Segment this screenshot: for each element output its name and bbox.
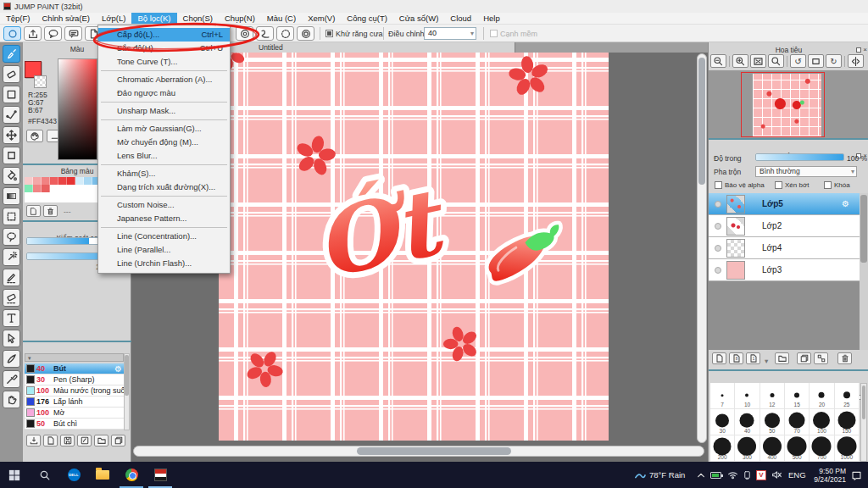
eraser-tool-button[interactable]: [3, 65, 20, 83]
brush-size-option[interactable]: 300: [735, 435, 760, 462]
brush-list-item[interactable]: 100 Màu nước (trong suốt): [25, 385, 124, 396]
shape-select-tool-button[interactable]: [3, 330, 20, 347]
filter-menu-item-unsharp-mask[interactable]: Unsharp Mask...: [98, 104, 230, 118]
brush-list-item[interactable]: 40 Bút ⚙: [25, 363, 124, 374]
pen-tray-icon[interactable]: [743, 462, 752, 488]
brush-list-item[interactable]: 100 Mờ: [25, 408, 124, 419]
layer-visibility-icon[interactable]: [715, 223, 721, 230]
bucket-fill-tool-button[interactable]: [3, 167, 20, 185]
clip-checkbox[interactable]: [775, 181, 782, 189]
alpha-lock-checkbox[interactable]: [715, 181, 722, 189]
filter-menu-item-line-urchin-flash[interactable]: Line (Urchin Flash)...: [98, 257, 230, 270]
merge-layer-button[interactable]: [814, 352, 828, 364]
brush-list-scrollbar[interactable]: [124, 353, 130, 430]
clock[interactable]: 9:50 PM 9/24/2021: [807, 462, 846, 488]
flip-horizontal-button[interactable]: [848, 54, 864, 68]
antialias-checkbox[interactable]: [326, 30, 333, 37]
palette-swatch[interactable]: [42, 185, 50, 192]
palette-swatch[interactable]: [25, 177, 33, 185]
layer-row[interactable]: Lớp3: [709, 259, 860, 281]
brush-size-option[interactable]: 100: [810, 409, 834, 435]
palette-swatch[interactable]: [75, 177, 84, 185]
alpha-lock-checkbox-group[interactable]: Bảo vệ alpha: [715, 181, 765, 189]
filter-menu-item-line-concentration[interactable]: Line (Concentration)...: [98, 230, 230, 243]
layer-visibility-icon[interactable]: [715, 201, 721, 208]
vertical-scrollbar[interactable]: [697, 53, 707, 443]
brush-shape-circle-button[interactable]: [236, 26, 253, 41]
filter-menu-item-levels[interactable]: Cấp độ(L)...Ctrl+L: [98, 28, 230, 42]
brush-size-option[interactable]: 30: [710, 409, 735, 435]
comment-bubble-icon[interactable]: [44, 26, 62, 41]
layer-row[interactable]: Lớp2: [709, 215, 860, 237]
menu-help[interactable]: Help: [477, 13, 506, 24]
filter-menu-item-gaussian-blur[interactable]: Làm mờ Gaussian(G)...: [98, 122, 230, 136]
add-brush-button[interactable]: [43, 435, 58, 446]
reset-rotation-button[interactable]: [808, 54, 824, 68]
brush-shape-dashed-circle-button[interactable]: [276, 26, 294, 41]
brush-folder-button[interactable]: [94, 435, 108, 446]
zoom-in-button[interactable]: [732, 54, 748, 68]
brush-shape-ring-button[interactable]: [297, 26, 314, 41]
lock-checkbox[interactable]: [824, 181, 832, 189]
palette-swatch[interactable]: [50, 177, 58, 185]
canvas-artwork[interactable]: Ớt: [219, 53, 609, 441]
pen-tool-button[interactable]: [3, 350, 20, 368]
brush-size-option[interactable]: 200: [710, 435, 735, 462]
brush-sort-dropdown[interactable]: ▾: [25, 353, 124, 362]
navigator-view-rect[interactable]: [741, 72, 825, 137]
brush-size-option[interactable]: 70: [785, 409, 810, 435]
lasso-tool-button[interactable]: [3, 228, 20, 246]
gradient-tool-button[interactable]: [3, 187, 20, 205]
brush-tool-button[interactable]: [3, 45, 20, 63]
menu-select[interactable]: Chọn(S): [177, 13, 219, 24]
filter-menu-item-mosaic[interactable]: Khảm(S)...: [98, 167, 230, 180]
brush-list-item[interactable]: 30 Pen (Sharp): [25, 374, 124, 385]
palette-swatch[interactable]: [84, 177, 92, 185]
move-tool-button[interactable]: [3, 126, 20, 144]
scrollbar-thumb[interactable]: [860, 195, 867, 263]
brush-size-option[interactable]: 400: [760, 435, 785, 462]
save-brush-button[interactable]: [60, 435, 75, 446]
menu-edit[interactable]: Chỉnh sửa(E): [36, 13, 97, 24]
filter-menu-item-hue[interactable]: Sắc độ(H)...Ctrl+U: [98, 42, 230, 55]
brush-stroke-curve-button[interactable]: [256, 26, 274, 41]
palette-swatch[interactable]: [67, 185, 75, 192]
filter-menu-item-tone-curve[interactable]: Tone Curve (T)...: [98, 55, 230, 69]
filter-menu-item-chromatic-aberration[interactable]: Chromatic Aberration (A)...: [98, 73, 230, 86]
menu-tools[interactable]: Công cụ(T): [341, 13, 393, 24]
navigator-preview-zone[interactable]: [709, 70, 868, 138]
chat-bubble-icon[interactable]: [64, 26, 82, 41]
eyedropper-tool-button[interactable]: [3, 370, 20, 388]
add-palette-color-button[interactable]: [26, 205, 41, 217]
blend-mode-select[interactable]: Bình thường ▾: [755, 166, 857, 177]
magic-wand-tool-button[interactable]: [3, 248, 20, 266]
caret-down-icon[interactable]: ▾: [470, 28, 474, 39]
scrollbar-thumb[interactable]: [125, 355, 129, 396]
taskbar-dell-app[interactable]: DELL: [59, 462, 88, 488]
layer-folder-button[interactable]: [775, 352, 789, 364]
layer-list-scrollbar[interactable]: [860, 193, 868, 350]
scrollbar-thumb[interactable]: [698, 58, 705, 185]
palette-swatch[interactable]: [58, 185, 67, 192]
palette-swatch[interactable]: [33, 185, 42, 192]
brush-list-item[interactable]: 50 Bút chì: [25, 419, 124, 430]
panel-popout-icon[interactable]: [856, 47, 861, 53]
filter-menu-item-lens-blur[interactable]: Lens Blur...: [98, 149, 230, 163]
filter-menu-item-line-extraction[interactable]: Dạng trích xuất đường(X)...: [98, 180, 230, 194]
select-rect-tool-button[interactable]: [3, 208, 20, 225]
taskbar-jump-paint-app[interactable]: [146, 462, 175, 488]
palette-swatch[interactable]: [75, 185, 84, 192]
filter-menu-item-invert[interactable]: Đảo ngược màu: [98, 86, 230, 100]
brush-size-scrollbar[interactable]: [860, 383, 867, 462]
palette-swatch[interactable]: [58, 177, 67, 185]
curve-tool-button[interactable]: [3, 106, 20, 124]
menu-cloud[interactable]: Cloud: [444, 13, 477, 24]
add-layer-button[interactable]: [712, 352, 726, 364]
filter-menu-item-custom-noise[interactable]: Custom Noise...: [98, 198, 230, 212]
palette-swatch[interactable]: [67, 177, 75, 185]
language-indicator[interactable]: ENG: [788, 462, 806, 488]
notification-center-icon[interactable]: [851, 462, 862, 488]
brush-size-option[interactable]: 20: [810, 383, 834, 409]
clip-checkbox-group[interactable]: Xén bớt: [775, 181, 809, 189]
palette-swatch[interactable]: [33, 177, 42, 185]
